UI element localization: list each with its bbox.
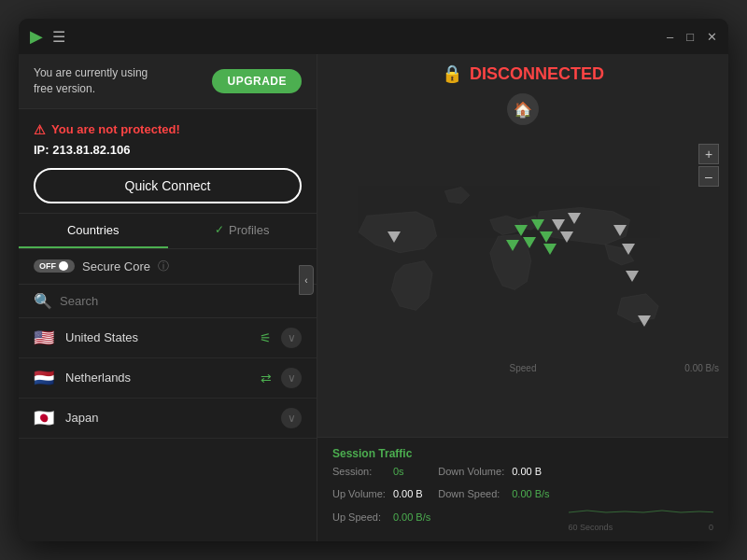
speed-value-label: 0.00 B/s — [684, 363, 719, 373]
down-speed-value: 0.00 B/s — [512, 488, 549, 509]
list-item[interactable]: 🇯🇵 Japan ∨ — [19, 399, 317, 439]
collapse-sidebar-button[interactable]: ‹ — [299, 265, 314, 295]
titlebar-controls: – □ ✕ — [667, 31, 717, 43]
tabs: Countries ✓ Profiles — [19, 214, 317, 249]
list-item[interactable]: 🇺🇸 United States ⚟ ∨ — [19, 318, 317, 358]
right-panel: 🔒 DISCONNECTED 🏠 — [317, 54, 728, 541]
country-name: Japan — [65, 411, 272, 425]
toggle-dot — [59, 261, 68, 271]
session-label: Session: — [332, 466, 386, 486]
speed-icon: ⚟ — [260, 330, 272, 345]
tab-countries[interactable]: Countries — [19, 214, 168, 248]
warning-icon: ⚠ — [34, 122, 46, 137]
zoom-controls: + – — [698, 144, 719, 187]
app-logo-icon: ▶ — [30, 26, 43, 47]
search-icon: 🔍 — [34, 292, 52, 310]
time-right: 0 — [709, 523, 713, 532]
sidebar: You are currently using free version. UP… — [19, 54, 317, 541]
home-button[interactable]: 🏠 — [507, 93, 539, 125]
list-item[interactable]: 🇳🇱 Netherlands ⇄ ∨ — [19, 358, 317, 399]
secure-core-toggle[interactable]: OFF — [34, 259, 75, 273]
up-volume-value: 0.00 B — [393, 488, 430, 509]
flag-icon: 🇯🇵 — [34, 408, 56, 428]
info-icon[interactable]: ⓘ — [158, 259, 169, 274]
tab-profiles[interactable]: ✓ Profiles — [168, 214, 317, 248]
stats-title: Session Traffic — [332, 447, 713, 460]
upgrade-text: You are currently using free version. — [34, 65, 148, 97]
main-window: ▶ ☰ – □ ✕ You are currently using free v… — [19, 19, 728, 541]
titlebar: ▶ ☰ – □ ✕ — [19, 19, 728, 54]
secure-core-row: OFF Secure Core ⓘ — [19, 249, 317, 285]
speed-axis-label: Speed — [510, 363, 537, 373]
upgrade-banner: You are currently using free version. UP… — [19, 54, 317, 109]
close-button[interactable]: ✕ — [707, 31, 717, 43]
quick-connect-button[interactable]: Quick Connect — [34, 168, 302, 203]
secure-core-label: Secure Core — [82, 259, 150, 273]
ip-display: IP: 213.81.82.106 — [34, 143, 302, 157]
world-map — [317, 134, 728, 437]
minimize-button[interactable]: – — [667, 31, 673, 43]
alert-section: ⚠ You are not protected! IP: 213.81.82.1… — [19, 109, 317, 214]
chevron-down-icon[interactable]: ∨ — [281, 408, 302, 428]
chevron-down-icon[interactable]: ∨ — [281, 368, 302, 388]
zoom-out-button[interactable]: – — [698, 166, 719, 187]
up-speed-label: Up Speed: — [332, 511, 386, 532]
hamburger-menu-icon[interactable]: ☰ — [52, 28, 65, 46]
country-list: 🇺🇸 United States ⚟ ∨ 🇳🇱 Netherlands ⇄ ∨ … — [19, 318, 317, 541]
zoom-in-button[interactable]: + — [698, 144, 719, 164]
upgrade-button[interactable]: UPGRADE — [212, 69, 302, 93]
country-name: United States — [65, 330, 250, 344]
stats-grid: Session: 0s Down Volume: 0.00 B Up Volum… — [332, 466, 550, 532]
up-volume-label: Up Volume: — [332, 488, 386, 509]
connection-status: 🔒 DISCONNECTED — [442, 63, 604, 84]
search-row: 🔍 — [19, 285, 317, 318]
content-area: You are currently using free version. UP… — [19, 54, 728, 541]
up-speed-value: 0.00 B/s — [393, 511, 430, 532]
lock-icon: 🔒 — [442, 63, 462, 84]
chevron-down-icon[interactable]: ∨ — [281, 328, 302, 348]
maximize-button[interactable]: □ — [686, 31, 694, 43]
status-bar: 🔒 DISCONNECTED 🏠 — [317, 54, 728, 134]
map-area: + – Speed 0.00 B/s — [317, 134, 728, 437]
down-volume-value: 0.00 B — [512, 466, 549, 486]
speed-chart-area: 60 Seconds 0 — [569, 466, 713, 532]
search-input[interactable] — [60, 294, 302, 308]
not-protected-alert: ⚠ You are not protected! — [34, 122, 302, 137]
search-wrapper: 🔍 — [34, 292, 302, 310]
stats-panel: Session Traffic Session: 0s Down Volume:… — [317, 437, 728, 541]
speed-icon: ⇄ — [261, 371, 272, 385]
time-label: 60 Seconds — [569, 523, 613, 532]
session-value: 0s — [393, 466, 430, 486]
titlebar-left: ▶ ☰ — [30, 26, 65, 47]
speed-chart — [569, 466, 713, 517]
check-icon: ✓ — [215, 223, 224, 236]
country-name: Netherlands — [65, 371, 251, 385]
down-speed-label: Down Speed: — [438, 488, 504, 509]
down-volume-label: Down Volume: — [438, 466, 504, 486]
flag-icon: 🇳🇱 — [34, 368, 56, 388]
flag-icon: 🇺🇸 — [34, 328, 56, 348]
